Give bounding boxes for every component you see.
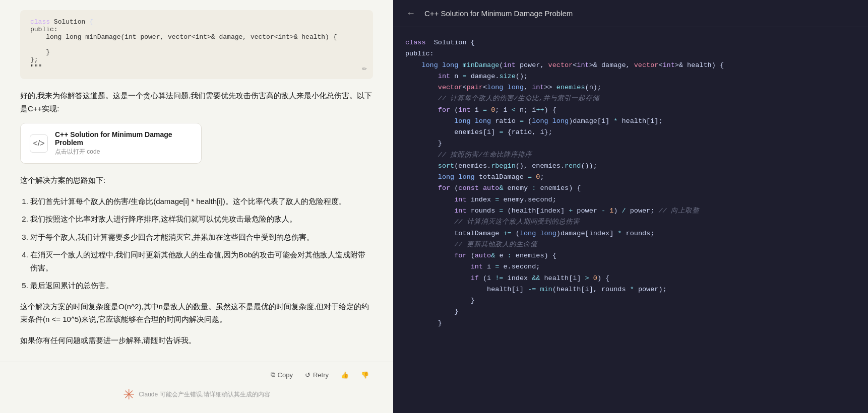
code-line: vector<pair<long long, int>> enemies(n); [405,82,856,93]
code-line: for (auto& e : enemies) { [405,250,856,261]
thumbs-up-button[interactable]: 👍 [337,369,353,381]
copy-label: Copy [278,371,293,379]
complexity-text: 这个解决方案的时间复杂度是O(n^2),其中n是敌人的数量。虽然这不是最优的时间… [20,300,373,326]
right-panel: ← C++ Solution for Minimum Damage Proble… [393,0,868,413]
copy-icon: ⧉ [271,371,275,379]
retry-button[interactable]: ↺ Retry [301,369,333,381]
step-3: 对于每个敌人,我们计算需要多少回合才能消灭它,并累加在这些回合中受到的总伤害。 [30,231,373,244]
code-line: } [405,306,856,317]
artifact-info: C++ Solution for Minimum Damage Problem … [55,130,192,156]
code-view: class Solution { public: long long minDa… [393,27,868,413]
code-line: class Solution { [30,18,363,26]
code-line: if (i != index && health[i] > 0) { [405,273,856,284]
code-line: for (int i = 0; i < n; i++) { [405,105,856,116]
code-line: enemies[i] = {ratio, i}; [405,127,856,138]
code-line: long long ratio = (long long)damage[i] *… [405,116,856,127]
code-icon: </> [30,134,48,153]
left-panel: class Solution { public: long long minDa… [0,0,393,413]
back-button[interactable]: ← [403,7,418,20]
code-line: }; [30,56,363,63]
ai-intro-text: 好的,我来为你解答这道题。这是一个贪心算法问题,我们需要优先攻击伤害高的敌人来最… [20,89,373,115]
code-line: int i = e.second; [405,261,856,272]
step-5: 最后返回累计的总伤害。 [30,279,373,292]
artifact-subtitle: 点击以打开 code [55,148,192,156]
code-line: } [405,318,856,329]
left-scroll: class Solution { public: long long minDa… [0,0,393,413]
code-line: int index = enemy.second; [405,194,856,205]
artifact-title: C++ Solution for Minimum Damage Problem [55,130,192,147]
code-line: } [30,48,363,56]
action-bar: ⧉ Copy ↺ Retry 👍 👎 [20,368,373,381]
steps-list: 我们首先计算每个敌人的伤害/生命比(damage[i] * health[i])… [20,195,373,292]
code-line: class Solution { [405,37,856,48]
code-line: } [405,138,856,149]
step-4: 在消灭一个敌人的过程中,我们同时更新其他敌人的生命值,因为Bob的攻击可能会对其… [30,248,373,274]
code-line: // 按照伤害/生命比降序排序 [405,150,856,161]
closing-text: 如果你有任何问题或需要进一步解释,请随时告诉我。 [20,334,373,347]
thumbs-down-button[interactable]: 👎 [357,369,373,381]
code-line: public: [405,48,856,59]
code-line: // 更新其他敌人的生命值 [405,239,856,250]
right-header-title: C++ Solution for Minimum Damage Problem [424,9,573,18]
thumbs-down-icon: 👎 [361,371,369,379]
step-1: 我们首先计算每个敌人的伤害/生命比(damage[i] * health[i])… [30,195,373,208]
thinking-title: 这个解决方案的思路如下: [20,174,373,187]
step-2: 我们按照这个比率对敌人进行降序排序,这样我们就可以优先攻击最危险的敌人。 [30,213,373,226]
code-line: int rounds = (health[index] + power - 1)… [405,205,856,217]
retry-label: Retry [313,371,329,379]
retry-icon: ↺ [305,371,311,379]
claude-logo: ✳ Claude 可能会产生错误,请详细确认其生成的内容 [20,386,373,403]
code-line: long long totalDamage = 0; [405,172,856,183]
code-line: // 计算消灭这个敌人期间受到的总伤害 [405,217,856,228]
top-code-block: class Solution { public: long long minDa… [20,10,373,79]
code-line: long long minDamage(int power, vector<in… [405,60,856,71]
code-line: sort(enemies.rbegin(), enemies.rend()); [405,161,856,172]
code-line: totalDamage += (long long)damage[index] … [405,228,856,239]
code-line: public: [30,26,363,33]
copy-button[interactable]: ⧉ Copy [267,368,297,381]
thumbs-up-icon: 👍 [341,371,349,379]
code-artifact-card[interactable]: </> C++ Solution for Minimum Damage Prob… [20,123,202,164]
claude-asterisk-icon: ✳ [123,386,135,403]
code-line [30,41,363,48]
code-line: // 计算每个敌人的伤害/生命比,并与索引一起存储 [405,93,856,104]
code-line: int n = damage.size(); [405,71,856,82]
disclaimer-text: Claude 可能会产生错误,请详细确认其生成的内容 [139,390,270,399]
edit-icon[interactable]: ✏ [362,63,367,73]
code-line: long long minDamage(int power, vector<in… [30,33,363,41]
bottom-bar: ⧉ Copy ↺ Retry 👍 👎 ✳ Claude 可能会产生错误,请详细确… [0,362,393,413]
right-header: ← C++ Solution for Minimum Damage Proble… [393,0,868,27]
code-line: health[i] -= min(health[i], rounds * pow… [405,284,856,295]
code-line: """ [30,63,363,71]
code-line: for (const auto& enemy : enemies) { [405,183,856,194]
code-line: } [405,295,856,306]
